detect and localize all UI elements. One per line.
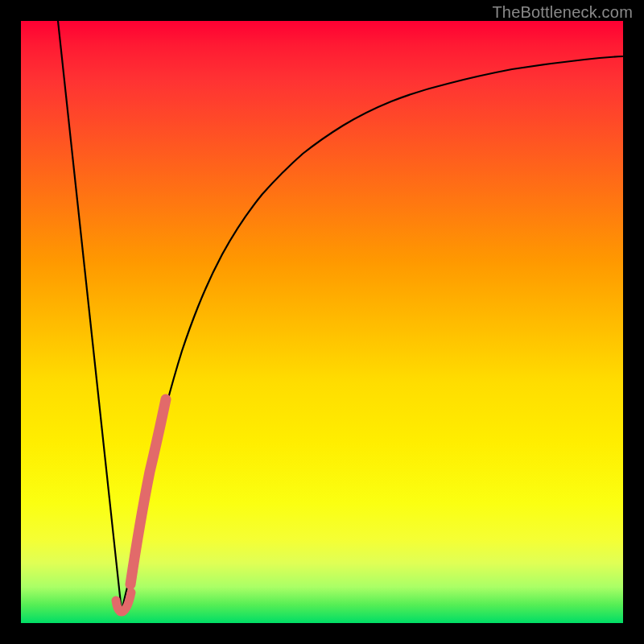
right-rising-curve (122, 56, 623, 611)
highlight-segment (130, 399, 166, 584)
chart-svg (21, 21, 623, 623)
plot-area (21, 21, 623, 623)
left-descending-line (58, 21, 122, 611)
chart-container: TheBottleneck.com (0, 0, 644, 644)
watermark-text: TheBottleneck.com (492, 3, 633, 22)
